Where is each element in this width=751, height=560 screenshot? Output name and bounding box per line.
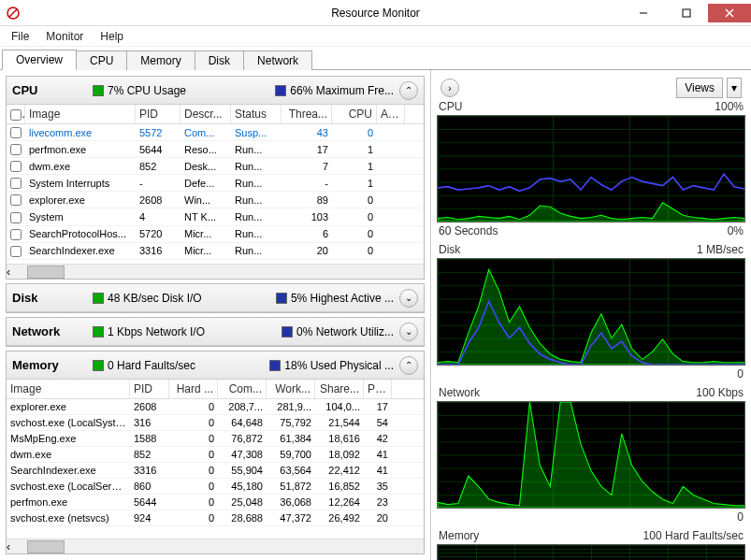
col-commit[interactable]: Com... (218, 380, 267, 398)
cpu-section-title: CPU (12, 83, 87, 97)
row-checkbox[interactable] (10, 212, 22, 223)
svg-marker-6 (438, 203, 744, 222)
disk-section-title: Disk (12, 291, 87, 305)
col-image[interactable]: Image (25, 105, 136, 123)
section-network: Network 1 Kbps Network I/O 0% Network Ut… (6, 317, 425, 347)
horizontal-scrollbar[interactable]: ‹ (7, 264, 424, 279)
row-checkbox[interactable] (10, 161, 22, 172)
row-checkbox[interactable] (10, 127, 22, 138)
col-image[interactable]: Image (7, 380, 130, 398)
section-cpu-header[interactable]: CPU 7% CPU Usage 66% Maximum Fre... ⌃ (7, 77, 424, 105)
col-pid[interactable]: PID (136, 105, 181, 123)
menu-monitor[interactable]: Monitor (38, 28, 91, 45)
tab-memory[interactable]: Memory (126, 50, 195, 70)
right-pane: › Views ▾ CPU100% 60 Seconds0% Disk1 MB/… (430, 70, 751, 560)
col-working[interactable]: Work... (267, 380, 315, 398)
table-row[interactable]: explorer.exe2608 0208,7... 281,9...104,0… (7, 399, 424, 415)
menu-file[interactable]: File (4, 28, 36, 45)
col-status[interactable]: Status (231, 105, 282, 123)
select-all-checkbox[interactable] (10, 109, 22, 121)
col-private[interactable]: Pri... (364, 380, 392, 398)
hide-charts-button[interactable]: › (440, 79, 459, 97)
collapse-icon[interactable]: ⌃ (399, 356, 418, 375)
section-disk-header[interactable]: Disk 48 KB/sec Disk I/O 5% Highest Activ… (7, 284, 424, 312)
memory-grid-body[interactable]: explorer.exe2608 0208,7... 281,9...104,0… (7, 399, 424, 538)
horizontal-scrollbar[interactable]: ‹ (7, 538, 424, 553)
section-memory: Memory 0 Hard Faults/sec 18% Used Physic… (6, 351, 425, 554)
memory-grid-header: Image PID Hard ... Com... Work... Share.… (7, 380, 424, 399)
swatch-icon (93, 293, 104, 304)
table-row[interactable]: svchost.exe (LocalSyste...316 064,648 75… (7, 415, 424, 431)
memory-chart-canvas (437, 544, 745, 560)
table-row[interactable]: dwm.exe852 Desk...Run... 71 (7, 158, 424, 175)
app-icon (6, 6, 21, 21)
table-row[interactable]: dwm.exe852 047,308 59,70018,09241 (7, 447, 424, 463)
chart-disk: Disk1 MB/sec 0 (437, 243, 745, 381)
tab-bar: Overview CPU Memory Disk Network (0, 47, 751, 69)
row-checkbox[interactable] (10, 194, 22, 206)
row-checkbox[interactable] (10, 178, 22, 189)
svg-marker-7 (438, 269, 744, 365)
col-pid[interactable]: PID (130, 380, 169, 398)
table-row[interactable]: System Interrupts- Defe...Run... -1 (7, 175, 424, 192)
row-checkbox[interactable] (10, 246, 22, 257)
disk-chart-canvas (437, 258, 745, 366)
swatch-icon (93, 360, 104, 371)
table-row[interactable]: perfmon.exe5644 Reso...Run... 171 (7, 141, 424, 158)
table-row[interactable]: explorer.exe2608 Win...Run... 890 (7, 192, 424, 208)
tab-cpu[interactable]: CPU (76, 50, 127, 70)
collapse-icon[interactable]: ⌃ (399, 81, 418, 100)
chart-min: 0 (737, 510, 744, 524)
tab-network[interactable]: Network (243, 50, 312, 70)
row-checkbox[interactable] (10, 229, 22, 240)
col-hard[interactable]: Hard ... (169, 380, 218, 398)
table-row[interactable]: svchost.exe (netsvcs)924 028,688 47,3722… (7, 510, 424, 526)
window-title: Resource Monitor (331, 7, 420, 20)
expand-icon[interactable]: ⌄ (399, 323, 418, 341)
svg-rect-3 (683, 9, 690, 17)
col-cpu[interactable]: CPU (332, 105, 377, 123)
col-desc[interactable]: Descr... (181, 105, 231, 123)
cpu-usage-metric: 7% CPU Usage (108, 84, 186, 97)
menu-bar: File Monitor Help (0, 26, 751, 47)
table-row[interactable]: SearchProtocolHos...5720 Micr...Run... 6… (7, 226, 424, 243)
cpu-grid-header: Image PID Descr... Status Threa... CPU A… (7, 105, 424, 124)
chart-min: 0 (737, 367, 744, 381)
tab-overview[interactable]: Overview (2, 50, 77, 70)
table-row[interactable]: perfmon.exe5644 025,048 36,06812,26423 (7, 495, 424, 510)
menu-help[interactable]: Help (93, 28, 131, 45)
section-network-header[interactable]: Network 1 Kbps Network I/O 0% Network Ut… (7, 318, 424, 346)
close-button[interactable] (708, 4, 751, 22)
chart-cpu: CPU100% 60 Seconds0% (437, 100, 745, 237)
col-share[interactable]: Share... (315, 380, 364, 398)
table-row[interactable]: SearchIndexer.exe3316 Micr...Run... 200 (7, 243, 424, 260)
minimize-button[interactable] (622, 4, 665, 22)
table-row[interactable]: svchost.exe (LocalServi...860 045,180 51… (7, 479, 424, 495)
col-threads[interactable]: Threa... (282, 105, 332, 123)
row-checkbox[interactable] (10, 144, 22, 155)
chart-scale: 100% (715, 100, 744, 113)
network-section-title: Network (12, 324, 87, 338)
section-cpu: CPU 7% CPU Usage 66% Maximum Fre... ⌃ Im… (6, 76, 425, 280)
chart-min: 0% (728, 224, 744, 237)
svg-marker-8 (438, 402, 744, 508)
cpu-grid-body[interactable]: livecomm.exe5572 Com...Susp... 430 perfm… (7, 124, 424, 264)
cpu-freq-metric: 66% Maximum Fre... (290, 84, 394, 97)
network-io-metric: 1 Kbps Network I/O (108, 325, 205, 338)
disk-io-metric: 48 KB/sec Disk I/O (108, 292, 202, 305)
chart-scale: 100 Hard Faults/sec (643, 529, 744, 542)
views-button[interactable]: Views (676, 78, 723, 98)
chart-title: CPU (439, 100, 462, 113)
table-row[interactable]: SearchIndexer.exe3316 055,904 63,56422,4… (7, 463, 424, 479)
col-avg[interactable]: Av... (377, 105, 405, 123)
views-dropdown-button[interactable]: ▾ (727, 78, 742, 98)
expand-icon[interactable]: ⌄ (399, 289, 418, 308)
table-row[interactable]: livecomm.exe5572 Com...Susp... 430 (7, 124, 424, 141)
tab-disk[interactable]: Disk (195, 50, 244, 70)
memory-faults-metric: 0 Hard Faults/sec (108, 359, 195, 372)
table-row[interactable]: System4 NT K...Run... 1030 (7, 208, 424, 225)
section-memory-header[interactable]: Memory 0 Hard Faults/sec 18% Used Physic… (7, 352, 424, 380)
chart-title: Memory (439, 529, 479, 542)
table-row[interactable]: MsMpEng.exe1588 076,872 61,38418,61642 (7, 431, 424, 447)
maximize-button[interactable] (665, 4, 708, 22)
